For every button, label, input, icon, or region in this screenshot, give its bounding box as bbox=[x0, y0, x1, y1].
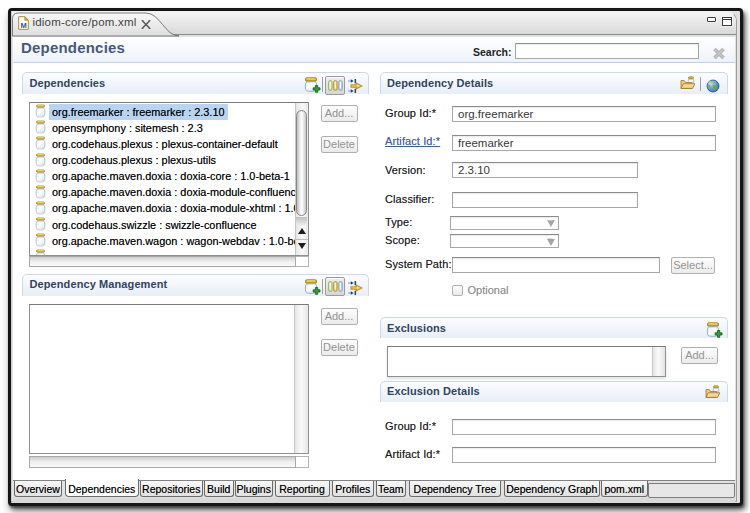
svg-text:M: M bbox=[20, 20, 26, 29]
